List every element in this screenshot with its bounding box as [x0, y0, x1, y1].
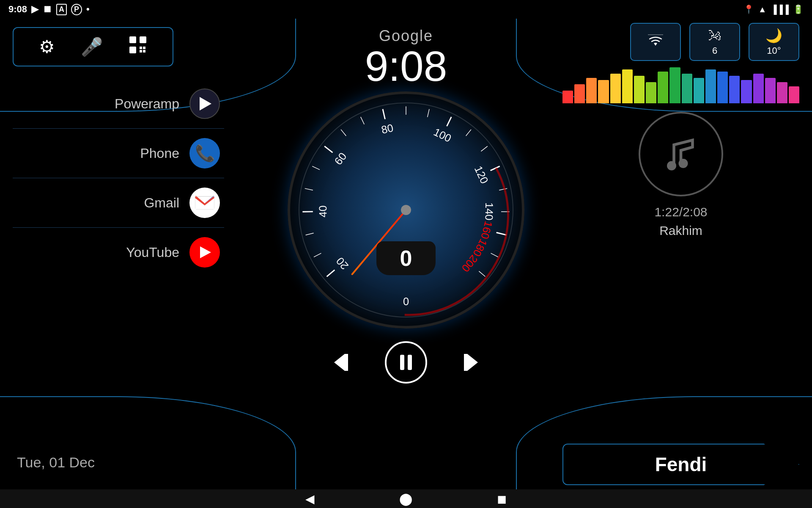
app-item-poweramp[interactable]: Poweramp	[13, 79, 224, 129]
settings-icon[interactable]: ⚙	[39, 36, 55, 57]
svg-text:60: 60	[332, 150, 348, 167]
eq-bar	[622, 69, 633, 103]
svg-line-13	[383, 109, 385, 119]
svg-rect-1	[140, 36, 146, 43]
svg-line-22	[497, 232, 507, 235]
status-time: 9:08	[8, 4, 27, 15]
wind-icon: 🌬	[708, 28, 721, 44]
wifi-status-icon	[647, 34, 664, 50]
app-list: Poweramp Phone 📞 Gmail	[13, 79, 224, 444]
svg-rect-2	[129, 47, 136, 53]
svg-line-18	[481, 146, 487, 151]
wind-value: 6	[712, 45, 717, 56]
eq-bar	[789, 86, 799, 103]
recents-button[interactable]: ◼	[497, 492, 507, 506]
status-left: 9:08 ▶ ⏹ A P •	[8, 4, 90, 15]
svg-line-4	[327, 270, 335, 277]
wifi-icon: ▲	[758, 5, 767, 14]
song-title-box[interactable]: Fendi	[562, 444, 799, 485]
right-panel: 🌬 6 🌙 10° 1:22/2:08 Rakhim Fendi	[550, 19, 812, 489]
eq-bar	[729, 76, 740, 103]
pause-button[interactable]	[385, 341, 427, 384]
equalizer	[562, 69, 799, 103]
svg-line-8	[305, 188, 313, 190]
svg-text:80: 80	[380, 121, 395, 136]
weather-temp: 10°	[767, 45, 781, 56]
eq-bar	[574, 84, 585, 103]
svg-line-11	[341, 130, 346, 136]
left-panel: ⚙ 🎤 Poweramp Phone 📞 Gmail	[0, 19, 237, 489]
svg-line-24	[479, 271, 485, 277]
p-status-icon: P	[71, 4, 82, 15]
svg-line-16	[447, 117, 452, 126]
app-item-youtube[interactable]: YouTube	[13, 228, 224, 277]
track-time: 1:22/2:08	[562, 205, 799, 219]
svg-text:140: 140	[483, 202, 495, 221]
eq-bar	[765, 78, 776, 103]
battery-icon: 🔋	[793, 4, 804, 14]
speedo-face: 20 40 60 80 100 120 140 160 180 200 0 0	[288, 91, 524, 329]
svg-line-5	[314, 253, 321, 257]
app-item-phone[interactable]: Phone 📞	[13, 129, 224, 178]
eq-bar	[610, 74, 621, 103]
eq-bar	[598, 80, 609, 103]
a-status-icon: A	[56, 4, 67, 15]
speedometer: 20 40 60 80 100 120 140 160 180 200 0 0	[288, 91, 524, 329]
wind-status-hex[interactable]: 🌬 6	[689, 23, 740, 61]
status-right: 📍 ▲ ▐▐▐ 🔋	[743, 4, 804, 14]
time-display: 9:08	[365, 45, 447, 87]
svg-rect-39	[464, 354, 467, 371]
svg-rect-37	[345, 354, 348, 371]
signal-icon: ▐▐▐	[771, 5, 789, 14]
svg-text:20: 20	[334, 255, 351, 272]
status-bar: 9:08 ▶ ⏹ A P • 📍 ▲ ▐▐▐ 🔋	[0, 0, 812, 19]
svg-rect-0	[129, 36, 136, 43]
apps-grid-icon[interactable]	[129, 36, 147, 58]
svg-line-10	[324, 146, 332, 152]
eq-bar	[634, 76, 645, 103]
prev-button[interactable]	[330, 348, 359, 377]
next-button[interactable]	[453, 348, 482, 377]
svg-text:40: 40	[317, 205, 329, 218]
poweramp-icon	[189, 88, 220, 119]
media-controls	[330, 341, 482, 384]
toolbar: ⚙ 🎤	[13, 27, 173, 66]
speed-readout: 0	[376, 241, 436, 275]
phone-icon: 📞	[189, 138, 220, 168]
eq-bar	[753, 74, 764, 103]
status-icons-row: 🌬 6 🌙 10°	[562, 23, 799, 61]
poweramp-label: Poweramp	[115, 96, 179, 112]
svg-text:100: 100	[432, 126, 453, 144]
phone-label: Phone	[140, 146, 179, 161]
wifi-status-hex[interactable]	[630, 23, 681, 61]
svg-marker-38	[467, 354, 478, 371]
weather-status-hex[interactable]: 🌙 10°	[749, 23, 799, 61]
track-artist: Rakhim	[562, 224, 799, 238]
play-status-icon: ▶	[31, 4, 38, 15]
mic-icon[interactable]: 🎤	[81, 36, 103, 57]
pause-icon	[400, 355, 412, 370]
eq-bar	[669, 67, 680, 103]
svg-text:120: 120	[472, 164, 491, 185]
svg-point-41	[667, 161, 676, 171]
location-icon: 📍	[743, 4, 754, 14]
gmail-label: Gmail	[144, 195, 179, 211]
svg-line-9	[312, 166, 320, 170]
svg-point-42	[679, 159, 688, 168]
moon-icon: 🌙	[765, 28, 782, 44]
home-button[interactable]: ⬤	[399, 492, 412, 506]
svg-text:0: 0	[403, 295, 409, 307]
back-button[interactable]: ◀	[305, 492, 315, 506]
svg-line-19	[491, 166, 500, 171]
pause-bar-left	[400, 355, 404, 370]
svg-line-23	[491, 253, 498, 257]
song-title: Fendi	[655, 453, 707, 475]
music-icon-large[interactable]	[639, 112, 723, 196]
pause-bar-right	[408, 355, 412, 370]
speedo-center-dot	[401, 205, 411, 215]
svg-line-17	[466, 130, 471, 136]
youtube-icon	[189, 237, 220, 268]
gmail-icon	[189, 188, 220, 218]
app-item-gmail[interactable]: Gmail	[13, 178, 224, 228]
dot-status-icon: •	[86, 4, 90, 15]
